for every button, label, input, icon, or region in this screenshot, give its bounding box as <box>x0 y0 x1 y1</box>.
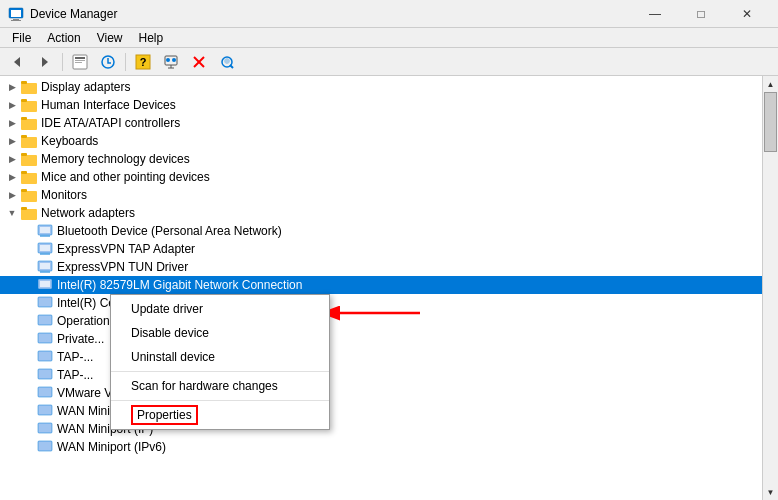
toolbar-properties[interactable] <box>67 51 93 73</box>
expand-icon[interactable]: ▶ <box>4 187 20 203</box>
svg-rect-25 <box>21 119 37 130</box>
list-item[interactable]: WAN Miniport (IPv6) <box>0 438 762 456</box>
main-content: ▶ Display adapters ▶ Human Interface Dev… <box>0 76 778 500</box>
network-folder-icon <box>20 205 38 221</box>
svg-rect-53 <box>38 387 52 397</box>
network-device-icon <box>36 277 54 293</box>
scroll-up[interactable]: ▲ <box>763 76 778 92</box>
expand-icon[interactable]: ▶ <box>4 115 20 131</box>
list-item[interactable]: ▼ Network adapters <box>0 204 762 222</box>
svg-rect-28 <box>21 135 27 138</box>
toolbar-scan[interactable] <box>214 51 240 73</box>
svg-rect-56 <box>38 441 52 451</box>
menu-view[interactable]: View <box>89 29 131 47</box>
svg-rect-32 <box>21 171 27 174</box>
context-disable-device[interactable]: Disable device <box>111 321 329 345</box>
svg-rect-29 <box>21 155 37 166</box>
toolbar-help[interactable]: ? <box>130 51 156 73</box>
toolbar-update[interactable] <box>95 51 121 73</box>
wan-icon <box>36 403 54 419</box>
network-device-icon <box>36 259 54 275</box>
list-item[interactable]: ▶ Monitors <box>0 186 762 204</box>
folder-icon <box>20 133 38 149</box>
item-label: Mice and other pointing devices <box>41 170 210 184</box>
svg-text:?: ? <box>140 56 147 68</box>
menu-bar: File Action View Help <box>0 28 778 48</box>
svg-rect-52 <box>38 369 52 379</box>
scroll-track[interactable] <box>763 92 778 484</box>
scrollbar[interactable]: ▲ ▼ <box>762 76 778 500</box>
toolbar-back[interactable] <box>4 51 30 73</box>
list-item[interactable]: ▶ Display adapters <box>0 78 762 96</box>
svg-rect-22 <box>21 81 27 84</box>
item-label: Display adapters <box>41 80 130 94</box>
svg-rect-24 <box>21 99 27 102</box>
item-label: Private... <box>57 332 104 346</box>
toolbar-sep2 <box>125 53 126 71</box>
list-item[interactable]: ExpressVPN TUN Driver <box>0 258 762 276</box>
item-label: Human Interface Devices <box>41 98 176 112</box>
list-item[interactable]: ▶ Keyboards <box>0 132 762 150</box>
vmware-icon <box>36 385 54 401</box>
item-label: TAP-... <box>57 350 93 364</box>
close-button[interactable]: ✕ <box>724 0 770 28</box>
svg-point-17 <box>172 58 176 62</box>
svg-rect-30 <box>21 153 27 156</box>
scroll-thumb[interactable] <box>764 92 777 152</box>
svg-rect-7 <box>75 57 85 59</box>
list-item[interactable]: Bluetooth Device (Personal Area Network) <box>0 222 762 240</box>
svg-rect-54 <box>38 405 52 415</box>
device-tree[interactable]: ▶ Display adapters ▶ Human Interface Dev… <box>0 76 762 500</box>
maximize-button[interactable]: □ <box>678 0 724 28</box>
toolbar-forward[interactable] <box>32 51 58 73</box>
item-label: WAN Miniport (IPv6) <box>57 440 166 454</box>
expand-icon[interactable]: ▶ <box>4 151 20 167</box>
network-device-icon <box>36 349 54 365</box>
toolbar-sep1 <box>62 53 63 71</box>
svg-rect-8 <box>75 60 85 61</box>
svg-rect-50 <box>38 333 52 343</box>
expand-icon[interactable]: ▶ <box>4 79 20 95</box>
svg-rect-31 <box>21 173 37 184</box>
svg-rect-34 <box>21 189 27 192</box>
folder-icon <box>20 97 38 113</box>
svg-rect-41 <box>40 245 50 251</box>
item-label: Memory technology devices <box>41 152 190 166</box>
list-item[interactable]: ExpressVPN TAP Adapter <box>0 240 762 258</box>
list-item[interactable]: ▶ Mice and other pointing devices <box>0 168 762 186</box>
folder-icon <box>20 115 38 131</box>
expand-icon[interactable]: ▼ <box>4 205 20 221</box>
svg-rect-26 <box>21 117 27 120</box>
context-uninstall-device[interactable]: Uninstall device <box>111 345 329 369</box>
minimize-button[interactable]: — <box>632 0 678 28</box>
expand-icon[interactable]: ▶ <box>4 169 20 185</box>
title-bar: Device Manager — □ ✕ <box>0 0 778 28</box>
context-separator-1 <box>111 371 329 372</box>
network-device-icon <box>36 331 54 347</box>
expand-icon[interactable]: ▶ <box>4 97 20 113</box>
item-label: ExpressVPN TAP Adapter <box>57 242 195 256</box>
svg-rect-51 <box>38 351 52 361</box>
menu-file[interactable]: File <box>4 29 39 47</box>
toolbar-delete[interactable] <box>186 51 212 73</box>
scroll-down[interactable]: ▼ <box>763 484 778 500</box>
context-scan-hardware[interactable]: Scan for hardware changes <box>111 374 329 398</box>
context-menu: Update driver Disable device Uninstall d… <box>110 294 330 430</box>
item-label: Network adapters <box>41 206 135 220</box>
folder-icon <box>20 187 38 203</box>
selected-device[interactable]: Intel(R) 82579LM Gigabit Network Connect… <box>0 276 762 294</box>
context-properties[interactable]: Properties <box>111 403 329 427</box>
list-item[interactable]: ▶ Human Interface Devices <box>0 96 762 114</box>
item-label: Keyboards <box>41 134 98 148</box>
window-title: Device Manager <box>30 7 632 21</box>
menu-action[interactable]: Action <box>39 29 88 47</box>
network-device-icon <box>36 241 54 257</box>
list-item[interactable]: ▶ Memory technology devices <box>0 150 762 168</box>
toolbar-network[interactable] <box>158 51 184 73</box>
context-update-driver[interactable]: Update driver <box>111 297 329 321</box>
list-item[interactable]: ▶ IDE ATA/ATAPI controllers <box>0 114 762 132</box>
item-label: ExpressVPN TUN Driver <box>57 260 188 274</box>
annotation-arrow <box>330 298 430 331</box>
expand-icon[interactable]: ▶ <box>4 133 20 149</box>
menu-help[interactable]: Help <box>131 29 172 47</box>
